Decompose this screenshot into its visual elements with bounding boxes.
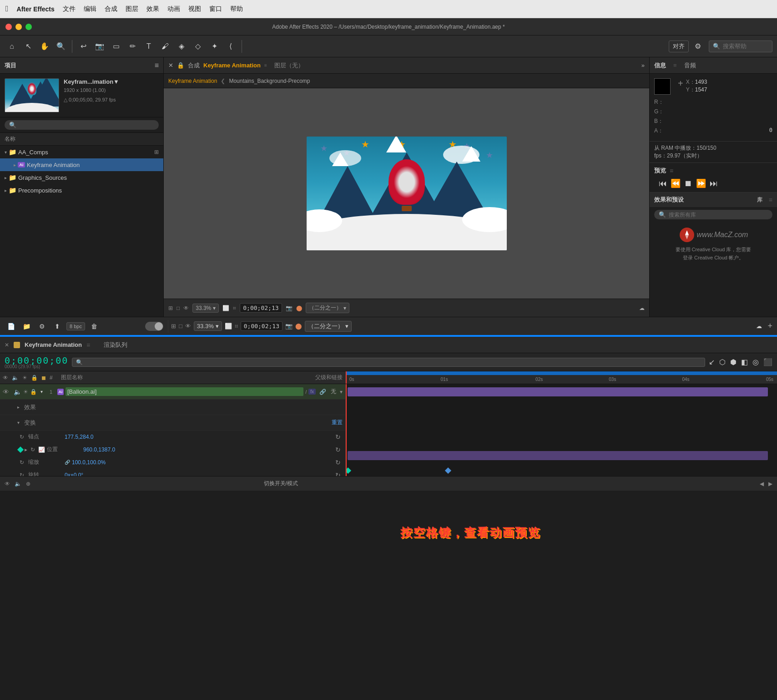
rect-tool[interactable]: ▭ xyxy=(109,39,123,54)
timeline-close-icon[interactable]: ✕ xyxy=(5,342,9,348)
tree-item-aa-comps[interactable]: ▾ 📁 AA_Comps ⊞ xyxy=(0,146,163,158)
fit-icon-2[interactable]: ⬛ xyxy=(763,358,772,366)
audio-icon-status[interactable]: 🔈 xyxy=(15,481,21,487)
mask-icon-2[interactable]: □ xyxy=(179,323,182,330)
project-menu-icon[interactable]: ≡ xyxy=(155,61,159,70)
new-item-button[interactable]: 📄 xyxy=(5,320,17,333)
pin-tool[interactable]: ⟨ xyxy=(223,39,238,54)
res-selector-2[interactable]: （二分之一） ▾ xyxy=(305,321,352,332)
cycle-icon-scale[interactable]: ↻ xyxy=(18,459,25,466)
flow-icon[interactable]: ◎ xyxy=(752,358,759,366)
transform-row[interactable]: ▾ 变换 重置 xyxy=(0,415,345,431)
anchor-value[interactable]: 177.5,284.0 xyxy=(65,434,93,440)
eye-icon-status[interactable]: 👁 xyxy=(5,481,10,487)
align-button[interactable]: 对齐 xyxy=(669,41,689,52)
menu-layer[interactable]: 图层 xyxy=(126,5,138,13)
menu-help[interactable]: 帮助 xyxy=(230,5,243,13)
comp-panel-close[interactable]: ✕ xyxy=(168,62,173,69)
hand-tool[interactable]: ✋ xyxy=(37,39,52,54)
grid-icon[interactable]: ⊞ xyxy=(168,305,173,311)
play-icon-pos[interactable]: ▸ xyxy=(25,446,27,453)
select-tool[interactable]: ↖ xyxy=(21,39,35,54)
parent-chevron[interactable]: ▾ xyxy=(340,389,343,395)
undo-button[interactable]: ↩ xyxy=(76,39,91,54)
reset-button[interactable]: 重置 xyxy=(332,419,343,426)
eraser-tool[interactable]: ◇ xyxy=(191,39,205,54)
stamp-tool[interactable]: ◈ xyxy=(174,39,189,54)
timeline-right-panel[interactable] xyxy=(346,384,777,476)
help-search[interactable]: 🔍 xyxy=(709,41,772,52)
lock-toggle[interactable]: 🔒 xyxy=(30,389,37,395)
project-search-input[interactable] xyxy=(19,122,154,128)
close-button[interactable] xyxy=(5,24,12,30)
visibility-toggle[interactable]: 👁 xyxy=(3,388,12,396)
solo-toggle[interactable]: ☀ xyxy=(23,389,28,395)
folder-button[interactable]: 📁 xyxy=(20,320,33,333)
stop-button[interactable]: ⏹ xyxy=(684,179,692,188)
cycle-icon-rot[interactable]: ↻ xyxy=(18,472,25,477)
maximize-button[interactable] xyxy=(25,24,32,30)
menu-compose[interactable]: 合成 xyxy=(105,5,117,13)
timeline-search-input[interactable] xyxy=(85,359,701,365)
breadcrumb-active[interactable]: Keyframe Animation xyxy=(168,78,217,84)
keyframe-nav-left[interactable]: ◀ xyxy=(760,481,764,487)
tab-audio[interactable]: 音频 xyxy=(684,61,696,70)
rotation-value[interactable]: 0x+0.0° xyxy=(65,472,83,477)
frame-icon[interactable]: ⬜ xyxy=(222,305,229,311)
comp-thumbnail[interactable] xyxy=(5,78,59,112)
tree-item-precomps[interactable]: ▸ 📁 Precompositions xyxy=(0,184,163,197)
menu-window[interactable]: 窗口 xyxy=(209,5,222,13)
tree-item-keyframe-animation[interactable]: ▸ Ai Keyframe Animation xyxy=(0,158,163,171)
minimize-button[interactable] xyxy=(15,24,22,30)
audio-toggle[interactable]: 🔈 xyxy=(14,388,21,396)
navigator-icon[interactable]: ↙ xyxy=(709,358,715,366)
camera-tool[interactable]: 📷 xyxy=(92,39,107,54)
camera-icon-2[interactable]: 📷 xyxy=(285,323,293,330)
menu-animation[interactable]: 动画 xyxy=(167,5,180,13)
pen-tool[interactable]: ✏ xyxy=(125,39,140,54)
skip-end-button[interactable]: ⏭ xyxy=(710,179,718,188)
position-value[interactable]: 960.0,1387.0 xyxy=(83,446,115,453)
pos-cycle[interactable]: ↻ xyxy=(335,446,341,453)
comp-settings-button[interactable]: ⚙ xyxy=(35,320,48,333)
arrow-button[interactable]: ⬆ xyxy=(51,320,64,333)
expand-icon[interactable]: » xyxy=(641,62,645,69)
keyframe-end[interactable] xyxy=(445,467,451,474)
menu-view[interactable]: 视图 xyxy=(188,5,201,13)
settings-icon[interactable]: ⚙ xyxy=(691,39,705,54)
scale-cycle[interactable]: ↻ xyxy=(335,459,341,466)
link-icon[interactable]: ⬡ xyxy=(719,358,726,366)
play-button[interactable]: ⏩ xyxy=(696,178,706,188)
effects-library[interactable]: 库 xyxy=(757,196,762,204)
chevron-right-icon-effect[interactable]: ▸ xyxy=(17,405,20,410)
camera-icon[interactable]: 📷 xyxy=(286,305,293,311)
safe-icon[interactable]: 👁 xyxy=(185,323,191,330)
effects-search-input[interactable] xyxy=(669,212,768,218)
scale-value[interactable]: 100.0,100.0% xyxy=(72,459,106,466)
project-search-box[interactable]: 🔍 xyxy=(5,120,159,130)
timecode-footer[interactable]: 0;00;02;13 xyxy=(241,321,283,331)
puppet-tool[interactable]: ✦ xyxy=(207,39,222,54)
add-layer-button[interactable]: ⊕ xyxy=(26,481,30,487)
half-res-selector[interactable]: （二分之一） ▾ xyxy=(306,303,349,313)
skip-start-button[interactable]: ⏮ xyxy=(659,179,667,188)
timeline-search[interactable]: 🔍 xyxy=(72,358,705,367)
zoom-tool[interactable]: 🔍 xyxy=(54,39,68,54)
crop-icon[interactable]: ⌗ xyxy=(233,305,236,311)
add-button[interactable]: + xyxy=(767,321,772,331)
region-icon[interactable]: ⌗ xyxy=(235,323,238,330)
cycle-icon-pos[interactable]: ↻ xyxy=(29,446,36,453)
chevron-down-icon-transform[interactable]: ▾ xyxy=(17,420,20,425)
fit-icon[interactable]: ⬜ xyxy=(225,323,232,330)
mask-icon[interactable]: □ xyxy=(177,305,180,311)
effects-row[interactable]: ▸ 效果 xyxy=(0,400,345,415)
color-icon[interactable]: ⬤ xyxy=(296,305,302,311)
tab-info[interactable]: 信息 xyxy=(654,61,666,70)
viewer-icon[interactable]: 👁 xyxy=(183,305,189,311)
breadcrumb-parent[interactable]: Mountains_Background-Precomp xyxy=(229,78,310,84)
menu-effects[interactable]: 效果 xyxy=(146,5,159,13)
help-search-input[interactable] xyxy=(723,43,768,50)
home-button[interactable]: ⌂ xyxy=(5,39,19,54)
solo-icon[interactable]: ◧ xyxy=(741,358,748,366)
zoom-selector[interactable]: 33.3% ▾ xyxy=(192,304,219,313)
